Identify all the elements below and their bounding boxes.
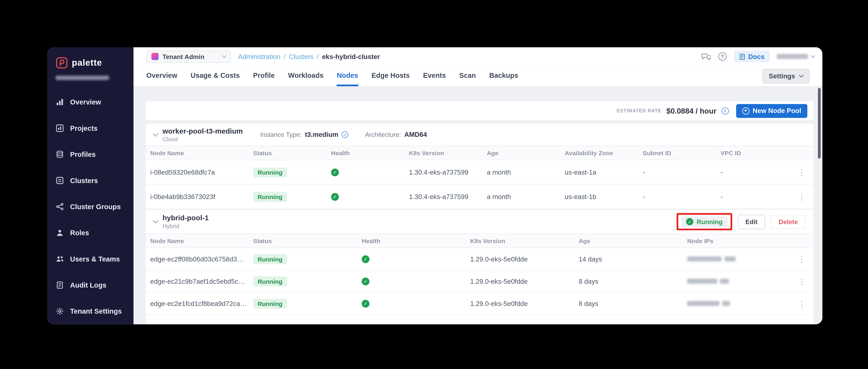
cell: 8 days (579, 277, 687, 285)
sidebar-item-profiles[interactable]: Profiles (47, 141, 134, 167)
annotation-highlight: ✓Running (677, 213, 732, 230)
plus-icon: + (742, 107, 749, 114)
meta-value: AMD64 (404, 131, 427, 139)
chevron-down-icon (811, 53, 815, 58)
project-scope-selector[interactable]: Tenant Admin (146, 50, 231, 63)
pool-name: hybrid-pool-1 (162, 214, 209, 222)
tab-usage-costs[interactable]: Usage & Costs (191, 66, 240, 86)
cell: - (721, 193, 795, 201)
pool-type: Cloud (162, 135, 243, 143)
health-ok-icon: ✓ (331, 168, 339, 177)
health-ok-icon: ✓ (331, 193, 339, 201)
delete-button[interactable]: Delete (771, 214, 806, 229)
breadcrumb-link[interactable]: Administration (238, 53, 280, 60)
new-node-pool-button[interactable]: + New Node Pool (736, 104, 807, 118)
docs-label: Docs (748, 53, 765, 60)
cell: 1.30.4-eks-a737599 (409, 193, 487, 201)
tab-nodes[interactable]: Nodes (337, 66, 358, 86)
pool-titles: hybrid-pool-1Hybrid (162, 214, 209, 229)
cell: - (643, 168, 720, 176)
sidebar-item-label: Users & Teams (70, 255, 120, 263)
sidebar-item-label: Cluster Groups (70, 203, 121, 211)
sidebar-item-label: Overview (70, 98, 101, 106)
sidebar-item-users-teams[interactable]: Users & Teams (47, 246, 134, 272)
sidebar-item-label: Tenant Settings (70, 307, 122, 315)
tab-scan[interactable]: Scan (459, 66, 476, 86)
sidebar-item-audit-logs[interactable]: Audit Logs (47, 272, 134, 298)
edit-button[interactable]: Edit (738, 214, 765, 229)
main-area: Tenant Admin Administration/Clusters/eks… (134, 47, 823, 324)
palette-logo-icon (56, 57, 68, 69)
users-teams-icon (56, 255, 64, 263)
settings-button[interactable]: Settings (762, 69, 810, 83)
chevron-down-icon[interactable] (153, 218, 158, 223)
sidebar-item-overview[interactable]: Overview (47, 89, 134, 115)
cell: i-0be4ab9b33673023f (150, 193, 253, 201)
row-menu-button[interactable]: ⋮ (795, 254, 809, 263)
health-ok-icon: ✓ (362, 300, 370, 308)
column-header: Subnet ID (643, 150, 720, 156)
node-ips-cell (687, 301, 795, 306)
column-header: Node Name (150, 238, 253, 244)
row-menu-button[interactable]: ⋮ (795, 192, 809, 201)
tenant-avatar-icon (151, 53, 159, 60)
content-area: ESTIMATED RATE $0.0884 / hour i + New No… (134, 87, 823, 324)
row-menu-button[interactable]: ⋮ (795, 299, 809, 308)
settings-label: Settings (769, 72, 795, 80)
tab-workloads[interactable]: Workloads (288, 66, 323, 86)
cell: edge-ec2e1fcd1cf8bea9d72ca… (150, 300, 253, 307)
redacted-text (722, 301, 730, 306)
node-pool-section: worker-pool-t3-mediumCloudInstance Type:… (146, 123, 813, 209)
tab-overview[interactable]: Overview (146, 66, 177, 86)
pool-header: hybrid-pool-1Hybrid✓RunningEditDelete (146, 209, 813, 234)
sidebar-item-clusters[interactable]: Clusters (47, 167, 134, 193)
cell: 1.29.0-eks-5e0fdde (470, 277, 579, 285)
column-header: K8s Version (409, 150, 487, 156)
column-header: VPC ID (721, 150, 795, 156)
pool-meta-item: Architecture:AMD64 (365, 131, 427, 139)
cell: 8 days (579, 300, 687, 307)
tenant-settings-icon (56, 307, 64, 315)
sidebar-item-cluster-groups[interactable]: Cluster Groups (47, 193, 134, 220)
sidebar-item-roles[interactable]: Roles (47, 220, 134, 246)
row-menu-button[interactable]: ⋮ (795, 168, 809, 177)
tabs: OverviewUsage & CostsProfileWorkloadsNod… (146, 66, 518, 86)
estimated-rate-value: $0.0884 / hour (666, 106, 716, 115)
user-menu[interactable] (777, 54, 815, 59)
status-badge: Running (253, 276, 287, 286)
help-icon[interactable]: ? (718, 52, 726, 61)
sidebar: palette OverviewProjectsProfilesClusters… (47, 47, 134, 324)
health-cell: ✓ (331, 168, 409, 176)
tab-backups[interactable]: Backups (489, 66, 518, 86)
breadcrumb-current: eks-hybrid-cluster (322, 53, 380, 60)
app-window: palette OverviewProjectsProfilesClusters… (47, 47, 822, 324)
cell: a month (487, 193, 565, 201)
brand-name: palette (72, 58, 102, 68)
column-header: Availability Zone (565, 150, 643, 156)
chevron-down-icon[interactable] (153, 131, 158, 136)
status-badge: Running (253, 254, 287, 264)
info-icon[interactable]: i (721, 107, 729, 114)
cell: 1.29.0-eks-5e0fdde (470, 300, 579, 307)
info-icon[interactable]: i (342, 131, 348, 138)
tab-events[interactable]: Events (423, 66, 446, 86)
table-header-row: Node NameStatusHealthK8s VersionAgeAvail… (146, 146, 813, 160)
sidebar-item-label: Profiles (70, 151, 96, 158)
sidebar-item-tenant-settings[interactable]: Tenant Settings (47, 298, 134, 324)
docs-button[interactable]: Docs (734, 51, 770, 62)
row-menu-button[interactable]: ⋮ (795, 277, 809, 285)
scrollbar-thumb[interactable] (818, 88, 821, 159)
chat-icon[interactable] (701, 52, 711, 61)
column-header: Health (331, 150, 409, 156)
redacted-text (720, 279, 729, 284)
tab-edge-hosts[interactable]: Edge Hosts (372, 66, 410, 86)
redacted-text (724, 256, 736, 262)
redacted-username (777, 54, 808, 59)
breadcrumb-link[interactable]: Clusters (289, 53, 313, 60)
node-ips-cell (687, 256, 795, 262)
sidebar-item-projects[interactable]: Projects (47, 115, 134, 141)
check-circle-icon: ✓ (686, 218, 693, 225)
tab-profile[interactable]: Profile (253, 66, 275, 86)
cell: a month (487, 168, 565, 176)
table-row: i-0be4ab9b33673023fRunning✓1.30.4-eks-a7… (146, 185, 813, 209)
